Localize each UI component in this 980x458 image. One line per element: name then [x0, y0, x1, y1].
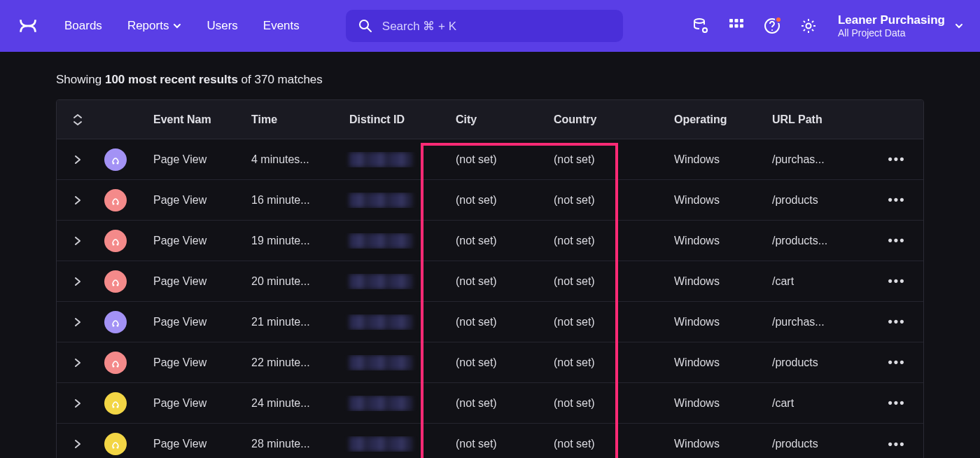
svg-point-0 [360, 20, 368, 29]
row-more-icon[interactable]: ••• [876, 233, 918, 248]
col-city[interactable]: City [450, 113, 548, 126]
summary-bold: 100 most recent results [105, 73, 238, 86]
project-switcher[interactable]: Leaner Purchasing All Project Data [838, 13, 963, 39]
col-time[interactable]: Time [246, 113, 344, 126]
svg-point-20 [117, 284, 119, 286]
expand-row-icon[interactable] [57, 398, 99, 408]
project-title: Leaner Purchasing [838, 13, 945, 27]
svg-point-11 [771, 29, 773, 31]
apps-grid-icon[interactable] [729, 18, 744, 34]
cell-url-path: /products [766, 356, 876, 369]
nav-reports[interactable]: Reports [127, 19, 182, 33]
nav-events[interactable]: Events [263, 19, 300, 33]
user-avatar-icon [104, 189, 127, 211]
col-distinct-id[interactable]: Distinct ID [344, 113, 428, 126]
row-more-icon[interactable]: ••• [876, 314, 918, 329]
table-row[interactable]: Page View 19 minute... (not set) (not se… [57, 221, 923, 261]
user-avatar-icon [104, 230, 127, 252]
svg-line-1 [368, 28, 371, 32]
svg-point-25 [113, 405, 115, 408]
expand-row-icon[interactable] [57, 277, 99, 286]
svg-rect-4 [729, 19, 733, 22]
cell-time: 20 minute... [246, 275, 344, 288]
table-row[interactable]: Page View 24 minute... (not set) (not se… [57, 383, 923, 424]
help-icon[interactable] [764, 18, 780, 34]
svg-point-27 [113, 447, 115, 449]
cell-distinct-id [344, 355, 428, 370]
cell-operating: Windows [668, 235, 766, 247]
table-row[interactable]: Page View 28 minute... (not set) (not se… [57, 424, 923, 458]
expand-row-icon[interactable] [57, 317, 99, 327]
col-url-path[interactable]: URL Path [766, 113, 876, 126]
svg-point-2 [694, 19, 704, 23]
svg-rect-9 [740, 25, 743, 28]
row-more-icon[interactable]: ••• [876, 274, 918, 289]
expand-row-icon[interactable] [57, 358, 99, 368]
cell-city: (not set) [450, 235, 548, 247]
collapse-all-icon[interactable] [57, 113, 99, 126]
settings-gear-icon[interactable] [800, 18, 817, 34]
svg-point-26 [117, 405, 119, 408]
chevron-down-icon [955, 22, 963, 30]
cell-distinct-id [344, 274, 428, 289]
project-subtitle: All Project Data [838, 27, 945, 39]
cell-distinct-id [344, 233, 428, 249]
expand-row-icon[interactable] [57, 155, 99, 165]
cell-time: 21 minute... [246, 316, 344, 328]
table-row[interactable]: Page View 20 minute... (not set) (not se… [57, 261, 923, 302]
row-more-icon[interactable]: ••• [876, 396, 918, 410]
cell-event-name: Page View [148, 316, 246, 328]
nav-users[interactable]: Users [206, 19, 237, 33]
svg-point-28 [117, 447, 119, 449]
cell-operating: Windows [668, 438, 766, 450]
svg-point-3 [703, 28, 707, 32]
row-more-icon[interactable]: ••• [876, 152, 918, 167]
page-body: Showing 100 most recent results of 370 m… [0, 52, 980, 458]
row-more-icon[interactable]: ••• [876, 193, 918, 207]
cell-city: (not set) [450, 275, 548, 288]
expand-row-icon[interactable] [57, 195, 99, 205]
database-settings-icon[interactable] [692, 18, 709, 34]
svg-point-15 [113, 202, 115, 204]
cell-url-path: /purchas... [766, 316, 876, 328]
cell-operating: Windows [668, 316, 766, 328]
col-event-name[interactable]: Event Nam [148, 113, 246, 126]
table-row[interactable]: Page View 22 minute... (not set) (not se… [57, 342, 923, 383]
table-row[interactable]: Page View 21 minute... (not set) (not se… [57, 302, 923, 342]
cell-event-name: Page View [148, 235, 246, 247]
svg-rect-8 [734, 25, 738, 28]
expand-row-icon[interactable] [57, 236, 99, 246]
results-summary: Showing 100 most recent results of 370 m… [56, 73, 924, 87]
row-more-icon[interactable]: ••• [876, 437, 918, 452]
cell-url-path: /purchas... [766, 153, 876, 166]
table-row[interactable]: Page View 4 minutes... (not set) (not se… [57, 139, 923, 180]
svg-point-14 [117, 162, 119, 164]
notification-dot [775, 16, 782, 23]
cell-event-name: Page View [148, 153, 246, 166]
nav-boards[interactable]: Boards [64, 19, 102, 33]
table-header: Event Nam Time Distinct ID City Country … [57, 100, 923, 139]
table-row[interactable]: Page View 16 minute... (not set) (not se… [57, 180, 923, 221]
svg-point-18 [117, 243, 119, 245]
col-country[interactable]: Country [548, 113, 646, 126]
cell-country: (not set) [548, 153, 646, 166]
cell-country: (not set) [548, 316, 646, 328]
cell-url-path: /cart [766, 275, 876, 288]
cell-url-path: /products [766, 194, 876, 207]
expand-row-icon[interactable] [57, 439, 99, 449]
cell-time: 19 minute... [246, 235, 344, 247]
svg-point-17 [113, 243, 115, 245]
user-avatar-icon [104, 311, 127, 333]
row-more-icon[interactable]: ••• [876, 355, 918, 370]
brand-logo[interactable] [17, 15, 39, 37]
cell-operating: Windows [668, 153, 766, 166]
cell-time: 4 minutes... [246, 153, 344, 166]
cell-event-name: Page View [148, 356, 246, 369]
svg-point-24 [117, 365, 119, 367]
svg-rect-7 [729, 25, 733, 28]
user-avatar-icon [104, 148, 127, 171]
search-input[interactable]: Search ⌘ + K [346, 10, 623, 42]
col-operating[interactable]: Operating [668, 113, 766, 126]
cell-country: (not set) [548, 235, 646, 247]
cell-url-path: /products [766, 438, 876, 450]
